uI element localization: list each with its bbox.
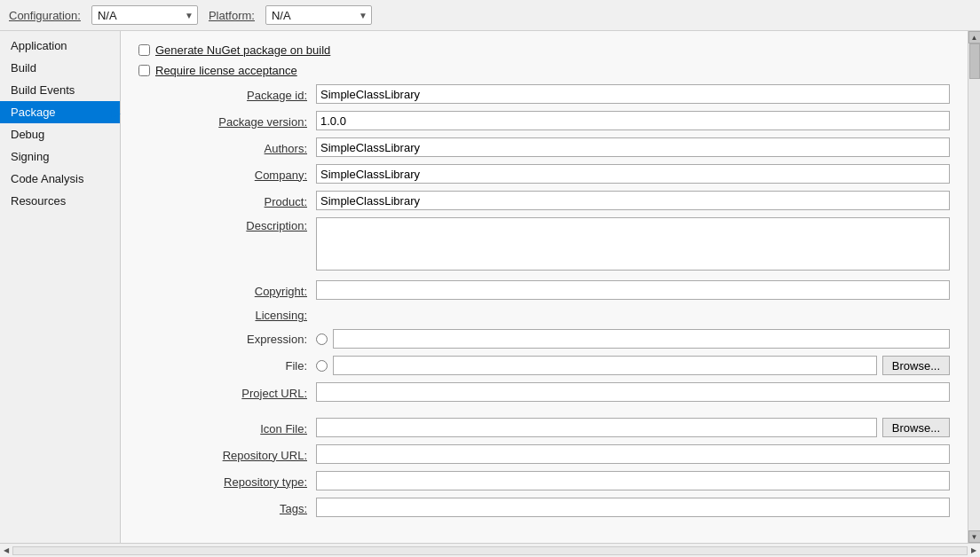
sidebar-item-application[interactable]: Application — [0, 35, 120, 57]
content-area: Generate NuGet package on build Require … — [121, 31, 968, 543]
copyright-input-col — [316, 280, 950, 300]
licensing-row: Licensing: — [138, 307, 950, 322]
company-input[interactable] — [316, 164, 950, 184]
repository-url-input-col — [316, 444, 950, 464]
product-input-col — [316, 191, 950, 210]
file-label: File: — [138, 359, 316, 373]
description-label: Description: — [138, 217, 316, 232]
repository-type-input[interactable] — [316, 471, 950, 490]
copyright-label: Copyright: — [138, 283, 316, 298]
package-version-input[interactable] — [316, 111, 950, 130]
scroll-down-button[interactable]: ▼ — [968, 530, 981, 543]
description-row: Description: — [138, 217, 950, 273]
package-id-input[interactable] — [316, 84, 950, 104]
repository-url-input[interactable] — [316, 444, 950, 464]
icon-file-label: Icon File: — [138, 420, 316, 435]
product-input[interactable] — [316, 191, 950, 210]
description-input-col — [316, 217, 950, 273]
require-license-row: Require license acceptance — [138, 64, 950, 77]
expression-label: Expression: — [138, 333, 316, 346]
project-url-input[interactable] — [316, 382, 950, 402]
file-radio[interactable] — [316, 360, 328, 372]
sidebar-item-debug[interactable]: Debug — [0, 123, 120, 145]
package-version-input-col — [316, 111, 950, 130]
repository-url-label: Repository URL: — [138, 447, 316, 462]
tags-label: Tags: — [138, 500, 316, 515]
scroll-thumb[interactable] — [969, 43, 980, 79]
vertical-scrollbar[interactable]: ▲ ▼ — [968, 31, 980, 543]
sidebar-item-package[interactable]: Package — [0, 101, 120, 123]
main-content: Application Build Build Events Package D… — [0, 31, 980, 543]
project-url-input-col — [316, 382, 950, 402]
generate-nuget-checkbox[interactable] — [138, 44, 150, 56]
hscroll-track — [12, 546, 968, 555]
repository-type-row: Repository type: — [138, 471, 950, 490]
horizontal-scrollbar: ◀ ▶ — [0, 543, 980, 557]
hscroll-left-button[interactable]: ◀ — [4, 546, 9, 554]
package-id-input-col — [316, 84, 950, 104]
product-label: Product: — [138, 193, 316, 208]
icon-file-input-col: Browse... — [316, 418, 950, 437]
copyright-row: Copyright: — [138, 280, 950, 300]
project-url-row: Project URL: — [138, 382, 950, 402]
company-row: Company: — [138, 164, 950, 184]
expression-input[interactable] — [333, 329, 950, 349]
hscroll-right-button[interactable]: ▶ — [971, 546, 976, 554]
sidebar-item-build-events[interactable]: Build Events — [0, 79, 120, 101]
authors-input-col — [316, 137, 950, 157]
repository-type-label: Repository type: — [138, 474, 316, 489]
file-path-input[interactable] — [333, 356, 877, 375]
sidebar-item-resources[interactable]: Resources — [0, 190, 120, 212]
package-id-row: Package id: — [138, 84, 950, 104]
project-url-label: Project URL: — [138, 385, 316, 400]
require-license-label: Require license acceptance — [155, 64, 297, 77]
repository-url-row: Repository URL: — [138, 444, 950, 464]
authors-row: Authors: — [138, 137, 950, 157]
generate-nuget-row: Generate NuGet package on build — [138, 43, 950, 57]
expression-row: Expression: — [138, 329, 950, 349]
package-version-row: Package version: — [138, 111, 950, 130]
config-dropdown-arrow: ▼ — [185, 11, 194, 20]
file-browse-button[interactable]: Browse... — [882, 356, 950, 375]
sidebar-item-signing[interactable]: Signing — [0, 145, 120, 168]
company-label: Company: — [138, 167, 316, 182]
tags-input[interactable] — [316, 498, 950, 517]
expression-radio[interactable] — [316, 333, 328, 345]
icon-file-input[interactable] — [316, 418, 877, 437]
company-input-col — [316, 164, 950, 184]
config-label: Configuration: — [9, 9, 81, 22]
platform-label: Platform: — [209, 9, 255, 22]
package-id-label: Package id: — [138, 87, 316, 102]
product-row: Product: — [138, 191, 950, 210]
top-bar: Configuration: N/A ▼ Platform: N/A ▼ — [0, 0, 980, 31]
platform-dropdown-arrow: ▼ — [359, 11, 368, 20]
file-row: File: Browse... — [138, 356, 950, 375]
package-version-label: Package version: — [138, 114, 316, 129]
scroll-track — [968, 43, 980, 530]
tags-row: Tags: — [138, 498, 950, 517]
file-input-col: Browse... — [316, 356, 950, 375]
sidebar-item-build[interactable]: Build — [0, 57, 120, 79]
require-license-checkbox[interactable] — [138, 65, 150, 76]
copyright-input[interactable] — [316, 280, 950, 300]
platform-dropdown[interactable]: N/A ▼ — [265, 5, 372, 25]
scroll-up-button[interactable]: ▲ — [968, 31, 981, 43]
expression-input-col — [316, 329, 950, 349]
generate-nuget-label: Generate NuGet package on build — [155, 43, 330, 57]
config-dropdown[interactable]: N/A ▼ — [91, 5, 198, 25]
description-input[interactable] — [316, 217, 950, 271]
authors-label: Authors: — [138, 140, 316, 155]
sidebar-item-code-analysis[interactable]: Code Analysis — [0, 168, 120, 190]
tags-input-col — [316, 498, 950, 517]
icon-file-row: Icon File: Browse... — [138, 418, 950, 437]
authors-input[interactable] — [316, 137, 950, 157]
licensing-label: Licensing: — [138, 307, 316, 322]
icon-browse-button[interactable]: Browse... — [882, 418, 950, 437]
repository-type-input-col — [316, 471, 950, 490]
sidebar: Application Build Build Events Package D… — [0, 31, 121, 543]
